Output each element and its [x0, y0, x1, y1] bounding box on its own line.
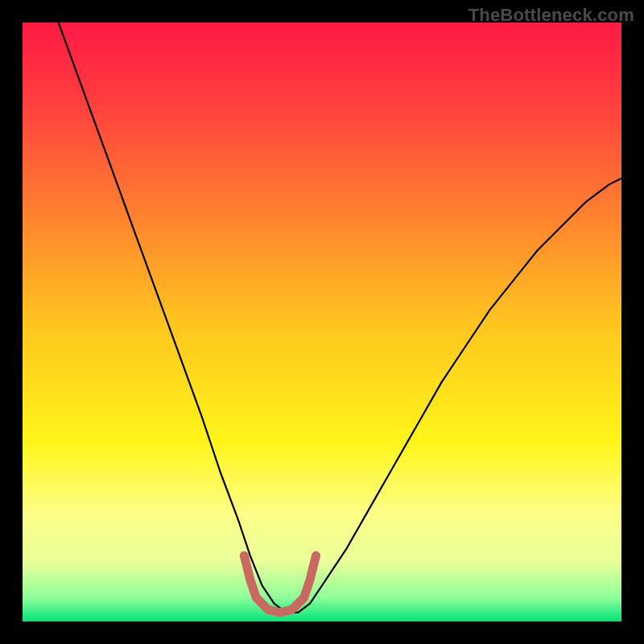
bottleneck-chart — [23, 23, 621, 621]
chart-frame: TheBottleneck.com — [0, 0, 644, 644]
chart-background — [23, 23, 621, 621]
